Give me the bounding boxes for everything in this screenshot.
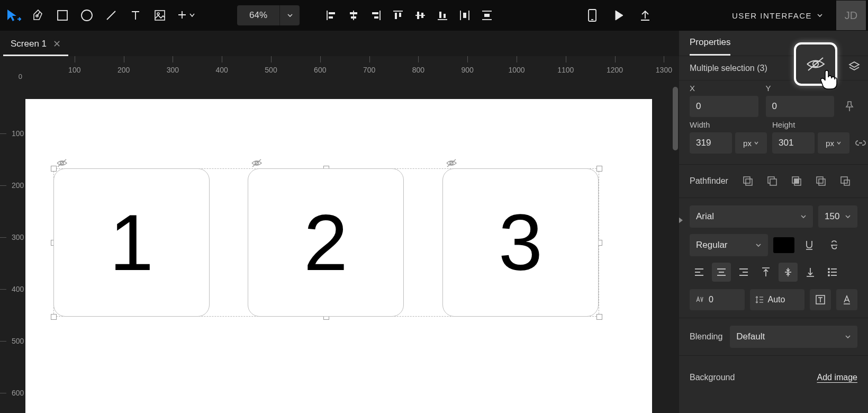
select-tool[interactable] bbox=[2, 4, 25, 27]
svg-rect-41 bbox=[746, 179, 752, 185]
pathfinder-label: Pathfinder bbox=[690, 176, 728, 186]
background-label: Background bbox=[690, 373, 735, 382]
add-tool[interactable] bbox=[173, 4, 200, 27]
text-decoration-button[interactable] bbox=[836, 289, 857, 310]
hidden-icon bbox=[56, 158, 68, 168]
pathfinder-subtract[interactable] bbox=[763, 172, 781, 190]
distribute-v[interactable] bbox=[476, 4, 498, 27]
line-tool[interactable] bbox=[100, 4, 123, 27]
pathfinder-union[interactable] bbox=[739, 172, 757, 190]
add-image-link[interactable]: Add image bbox=[817, 373, 858, 382]
svg-point-63 bbox=[828, 268, 829, 270]
y-input[interactable]: 0 bbox=[766, 96, 835, 117]
hidden-icon bbox=[446, 158, 457, 168]
card-1-number: 1 bbox=[110, 203, 153, 282]
text-color-swatch[interactable] bbox=[773, 237, 794, 253]
font-family-dropdown[interactable]: Arial bbox=[690, 205, 813, 228]
image-tool[interactable] bbox=[148, 4, 171, 27]
align-v-center[interactable] bbox=[410, 4, 431, 27]
svg-rect-26 bbox=[463, 13, 466, 18]
toggle-visibility-button[interactable] bbox=[794, 42, 837, 86]
align-right[interactable] bbox=[365, 4, 386, 27]
text-valign-top[interactable] bbox=[756, 263, 775, 282]
pin-position-icon[interactable] bbox=[842, 96, 857, 117]
play-button[interactable] bbox=[607, 4, 630, 27]
underline-button[interactable] bbox=[800, 236, 819, 255]
align-h-center[interactable] bbox=[343, 4, 364, 27]
text-box-button[interactable] bbox=[810, 289, 831, 310]
link-dimensions-icon[interactable] bbox=[855, 132, 866, 154]
line-height-input[interactable]: Auto bbox=[750, 289, 805, 310]
panel-expand-icon[interactable] bbox=[679, 216, 684, 225]
x-input[interactable]: 0 bbox=[690, 96, 758, 117]
project-name-label: USER INTERFACE bbox=[732, 11, 812, 20]
tab-screen-1[interactable]: Screen 1 ✕ bbox=[3, 33, 68, 56]
zoom-dropdown[interactable] bbox=[279, 5, 300, 25]
strikethrough-button[interactable] bbox=[824, 236, 843, 255]
vertical-scrollbar[interactable] bbox=[673, 87, 678, 150]
tab-label: Screen 1 bbox=[11, 39, 47, 49]
svg-rect-10 bbox=[350, 12, 357, 14]
font-weight-dropdown[interactable]: Regular bbox=[690, 234, 768, 256]
letter-spacing-input[interactable]: 0 bbox=[690, 289, 745, 310]
svg-rect-13 bbox=[372, 12, 378, 14]
project-name-dropdown[interactable]: USER INTERFACE bbox=[727, 11, 829, 20]
width-input[interactable]: 319 bbox=[690, 132, 732, 154]
font-size-dropdown[interactable]: 150 bbox=[818, 205, 857, 228]
align-left[interactable] bbox=[321, 4, 342, 27]
artboard[interactable]: 1 2 3 bbox=[25, 99, 652, 413]
svg-point-2 bbox=[82, 10, 92, 21]
align-top[interactable] bbox=[387, 4, 409, 27]
width-unit-dropdown[interactable]: px bbox=[735, 132, 767, 154]
selection-handle-tr[interactable] bbox=[596, 166, 602, 172]
blending-dropdown[interactable]: Default bbox=[730, 326, 857, 348]
svg-line-39 bbox=[808, 58, 823, 70]
selection-handle-br[interactable] bbox=[596, 314, 602, 320]
pen-tool[interactable] bbox=[26, 4, 50, 27]
height-unit-dropdown[interactable]: px bbox=[818, 132, 849, 154]
svg-line-33 bbox=[58, 159, 66, 167]
align-bottom[interactable] bbox=[432, 4, 453, 27]
text-valign-bottom[interactable] bbox=[801, 263, 820, 282]
canvas-viewport[interactable]: 1 2 3 bbox=[25, 82, 679, 413]
text-valign-middle[interactable] bbox=[779, 263, 798, 282]
text-tool[interactable] bbox=[124, 4, 147, 27]
rectangle-tool[interactable] bbox=[51, 4, 74, 27]
svg-point-65 bbox=[828, 272, 829, 273]
user-avatar[interactable]: JD bbox=[836, 1, 866, 30]
selection-handle-bl[interactable] bbox=[51, 314, 57, 320]
svg-rect-20 bbox=[421, 13, 423, 18]
pathfinder-divide[interactable] bbox=[836, 172, 854, 190]
svg-rect-16 bbox=[395, 13, 397, 19]
list-button[interactable] bbox=[823, 263, 842, 282]
svg-rect-23 bbox=[444, 14, 446, 18]
zoom-value[interactable]: 64% bbox=[237, 10, 279, 21]
panel-tab-properties[interactable]: Properties bbox=[690, 31, 730, 56]
height-input[interactable]: 301 bbox=[772, 132, 815, 154]
text-align-left[interactable] bbox=[690, 263, 709, 282]
text-align-center[interactable] bbox=[712, 263, 731, 282]
device-preview[interactable] bbox=[581, 4, 604, 27]
distribute-h[interactable] bbox=[454, 4, 475, 27]
zoom-control[interactable]: 64% bbox=[237, 5, 300, 25]
svg-rect-46 bbox=[794, 179, 799, 183]
tab-close-icon[interactable]: ✕ bbox=[53, 39, 61, 49]
width-label: Width bbox=[690, 120, 767, 129]
svg-rect-11 bbox=[351, 16, 356, 19]
blending-label: Blending bbox=[690, 332, 722, 342]
canvas-area: 0 10020030040050060070080090010001100120… bbox=[0, 56, 679, 413]
pathfinder-intersect[interactable] bbox=[788, 172, 806, 190]
selection-title: Multiple selection (3) bbox=[690, 64, 767, 73]
text-align-right[interactable] bbox=[734, 263, 753, 282]
card-2[interactable]: 2 bbox=[248, 168, 404, 317]
pathfinder-exclude[interactable] bbox=[812, 172, 830, 190]
ellipse-tool[interactable] bbox=[75, 4, 98, 27]
horizontal-ruler: 1002003004005006007008009001000110012001… bbox=[25, 56, 679, 82]
upload-button[interactable] bbox=[634, 4, 657, 27]
card-1[interactable]: 1 bbox=[53, 168, 210, 317]
svg-rect-47 bbox=[817, 177, 823, 183]
svg-rect-4 bbox=[155, 11, 165, 20]
layers-icon[interactable] bbox=[848, 60, 861, 73]
card-3[interactable]: 3 bbox=[442, 168, 599, 317]
card-2-number: 2 bbox=[304, 203, 348, 282]
